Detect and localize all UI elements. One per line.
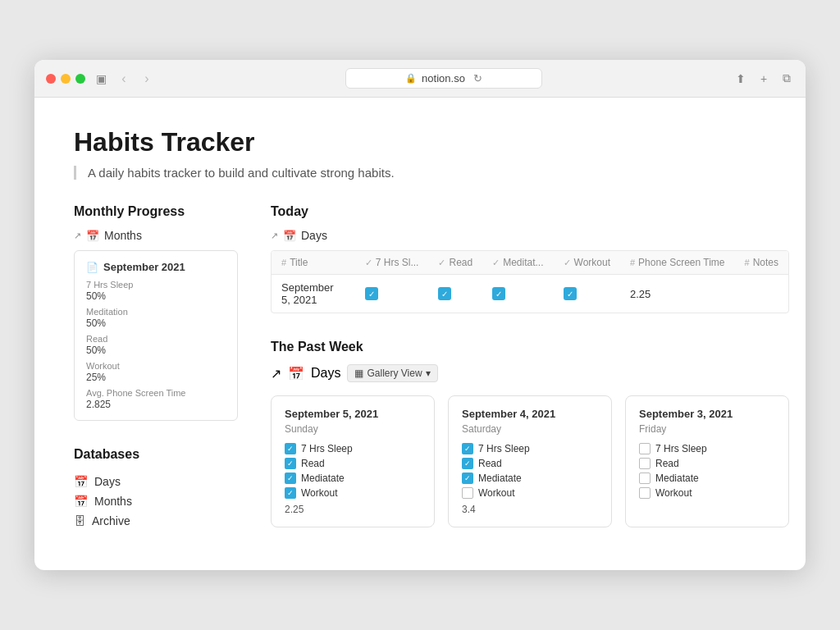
card1-workout: ✓ Workout xyxy=(285,487,421,499)
doc-icon: 📄 xyxy=(86,262,98,273)
card1-meditate-label: Mediatate xyxy=(301,472,345,484)
row-workout[interactable]: ✓ xyxy=(554,275,620,313)
archive-db-icon: 🗄 xyxy=(74,514,85,527)
past-week-view-label: Days xyxy=(311,366,340,381)
row-meditate[interactable]: ✓ xyxy=(482,275,553,313)
days-view-header[interactable]: ↗ 📅 Days xyxy=(271,229,789,242)
card3-workout: Workout xyxy=(639,487,775,499)
stat-sleep-label: 7 Hrs Sleep xyxy=(86,280,226,290)
gallery-card-1: September 5, 2021 Sunday ✓ 7 Hrs Sleep ✓… xyxy=(271,395,435,527)
traffic-light-minimize[interactable] xyxy=(61,74,71,84)
sleep-checkbox[interactable]: ✓ xyxy=(365,287,378,300)
card1-phone-value: 2.25 xyxy=(285,504,421,515)
gallery-view-button[interactable]: ▦ Gallery View ▾ xyxy=(347,364,437,382)
workout-checkbox[interactable]: ✓ xyxy=(564,287,577,300)
gallery-cards: September 5, 2021 Sunday ✓ 7 Hrs Sleep ✓… xyxy=(271,395,789,527)
row-title: September 5, 2021 xyxy=(272,275,355,313)
today-table-container: #Title ✓7 Hrs Sl... ✓Read ✓Meditat... ✓W… xyxy=(271,250,789,313)
card3-read: Read xyxy=(639,458,775,469)
card2-read: ✓ Read xyxy=(462,458,598,469)
th-phone: #Phone Screen Time xyxy=(620,251,735,275)
row-read[interactable]: ✓ xyxy=(428,275,482,313)
stat-phone-value: 2.825 xyxy=(86,399,226,410)
databases-section: Databases 📅 Days 📅 Months 🗄 Archive xyxy=(74,447,238,531)
card3-title: September 3, 2021 xyxy=(639,408,775,420)
reload-icon[interactable]: ↻ xyxy=(473,72,482,84)
th-notes: #Notes xyxy=(735,251,788,275)
table-row: September 5, 2021 ✓ ✓ ✓ ✓ 2.25 xyxy=(272,275,788,313)
card3-workout-label: Workout xyxy=(655,487,692,499)
read-checkbox[interactable]: ✓ xyxy=(438,287,451,300)
chevron-down-icon: ▾ xyxy=(426,368,431,379)
card1-sleep: ✓ 7 Hrs Sleep xyxy=(285,443,421,454)
calendar-icon: 📅 xyxy=(86,230,99,242)
monthly-progress-title: Monthly Progress xyxy=(74,204,238,219)
sidebar-toggle-icon[interactable]: ▣ xyxy=(94,71,108,86)
row-notes xyxy=(735,275,788,313)
browser-window: ▣ ‹ › 🔒 notion.so ↻ ⬆ + ⧉ Habits Tracker… xyxy=(34,60,806,570)
card1-workout-checkbox[interactable]: ✓ xyxy=(285,487,296,499)
card1-read: ✓ Read xyxy=(285,458,421,469)
card3-sleep-checkbox[interactable] xyxy=(639,443,651,454)
card2-meditate-checkbox[interactable]: ✓ xyxy=(462,472,473,484)
monthly-progress-section: Monthly Progress ↗ 📅 Months 📄 September … xyxy=(74,204,238,421)
card1-workout-label: Workout xyxy=(301,487,337,499)
card1-meditate: ✓ Mediatate xyxy=(285,472,421,484)
gallery-view-header: ↗ 📅 Days ▦ Gallery View ▾ xyxy=(271,364,789,382)
card2-workout-label: Workout xyxy=(478,487,514,499)
share-icon[interactable]: ⬆ xyxy=(733,71,748,86)
card1-meditate-checkbox[interactable]: ✓ xyxy=(285,472,296,484)
row-phone: 2.25 xyxy=(620,275,735,313)
browser-toolbar: ▣ ‹ › 🔒 notion.so ↻ ⬆ + ⧉ xyxy=(34,60,806,98)
page-subtitle: A daily habits tracker to build and cult… xyxy=(74,166,766,180)
db-days[interactable]: 📅 Days xyxy=(74,472,238,491)
past-week-arrow-icon: ↗ xyxy=(271,366,281,381)
card1-read-label: Read xyxy=(301,458,325,469)
card3-day: Friday xyxy=(639,423,775,435)
days-db-icon: 📅 xyxy=(74,475,88,488)
card1-sleep-checkbox[interactable]: ✓ xyxy=(285,443,296,454)
months-db-icon: 📅 xyxy=(74,495,88,508)
stat-phone-label: Avg. Phone Screen Time xyxy=(86,388,226,398)
card3-read-checkbox[interactable] xyxy=(639,458,651,469)
row-sleep[interactable]: ✓ xyxy=(355,275,429,313)
month-card-title: 📄 September 2021 xyxy=(86,261,226,273)
db-archive-label: Archive xyxy=(92,514,130,527)
url-text: notion.so xyxy=(422,72,465,84)
today-section: Today ↗ 📅 Days #Title ✓7 Hrs Sl... xyxy=(271,204,789,313)
page-content: Habits Tracker A daily habits tracker to… xyxy=(34,98,806,570)
db-months[interactable]: 📅 Months xyxy=(74,491,238,511)
tabs-icon[interactable]: ⧉ xyxy=(779,71,794,86)
lock-icon: 🔒 xyxy=(405,73,417,84)
card2-title: September 4, 2021 xyxy=(462,408,598,420)
past-week-section: The Past Week ↗ 📅 Days ▦ Gallery View ▾ xyxy=(271,340,789,527)
past-week-title: The Past Week xyxy=(271,340,789,354)
card2-read-checkbox[interactable]: ✓ xyxy=(462,458,473,469)
card2-sleep-label: 7 Hrs Sleep xyxy=(478,443,530,454)
db-archive[interactable]: 🗄 Archive xyxy=(74,511,238,531)
card2-workout-checkbox[interactable] xyxy=(462,487,473,499)
back-button[interactable]: ‹ xyxy=(116,71,131,86)
card3-sleep-label: 7 Hrs Sleep xyxy=(655,443,707,454)
card1-read-checkbox[interactable]: ✓ xyxy=(285,458,296,469)
card1-sleep-label: 7 Hrs Sleep xyxy=(301,443,353,454)
card3-meditate-label: Mediatate xyxy=(655,472,699,484)
address-bar[interactable]: 🔒 notion.so ↻ xyxy=(345,68,541,89)
card3-workout-checkbox[interactable] xyxy=(639,487,651,499)
stat-read-value: 50% xyxy=(86,345,226,356)
db-days-label: Days xyxy=(94,475,121,488)
meditate-checkbox[interactable]: ✓ xyxy=(492,287,505,300)
forward-button[interactable]: › xyxy=(139,71,154,86)
card2-sleep: ✓ 7 Hrs Sleep xyxy=(462,443,598,454)
page-title: Habits Tracker xyxy=(74,127,766,158)
card3-meditate-checkbox[interactable] xyxy=(639,472,651,484)
months-view-header[interactable]: ↗ 📅 Months xyxy=(74,229,238,242)
toolbar-right: ⬆ + ⧉ xyxy=(733,71,794,86)
traffic-light-maximize[interactable] xyxy=(75,74,85,84)
traffic-light-close[interactable] xyxy=(46,74,56,84)
new-tab-icon[interactable]: + xyxy=(756,71,771,86)
card2-sleep-checkbox[interactable]: ✓ xyxy=(462,443,473,454)
gallery-card-3: September 3, 2021 Friday 7 Hrs Sleep Rea… xyxy=(625,395,789,527)
main-layout: Monthly Progress ↗ 📅 Months 📄 September … xyxy=(74,204,766,531)
traffic-lights xyxy=(46,74,85,84)
